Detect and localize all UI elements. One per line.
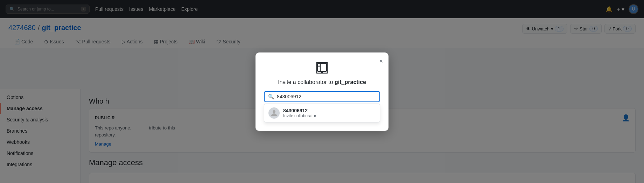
svg-rect-0 [317, 63, 327, 71]
svg-point-1 [321, 71, 322, 72]
modal-repo-icon [264, 61, 380, 75]
modal-title: Invite a collaborator to git_practice [264, 79, 380, 85]
invite-collaborator-modal: × Invite a collaborator to git_practice … [255, 52, 388, 131]
search-icon: 🔍 [268, 94, 274, 99]
modal-repo-name: git_practice [335, 79, 366, 85]
suggestion-info: 843006912 Invite collaborator [283, 108, 316, 118]
collaborator-search-input[interactable] [277, 94, 376, 99]
modal-title-prefix: Invite a collaborator to [278, 79, 335, 85]
suggestion-list: 843006912 Invite collaborator [264, 104, 380, 122]
modal-overlay[interactable]: × Invite a collaborator to git_practice … [0, 0, 644, 183]
suggestion-item[interactable]: 843006912 Invite collaborator [264, 104, 380, 122]
modal-close-button[interactable]: × [378, 57, 384, 66]
suggestion-username: 843006912 [283, 108, 316, 113]
collaborator-search-box[interactable]: 🔍 [264, 91, 380, 102]
suggestion-sublabel: Invite collaborator [283, 113, 316, 118]
suggestion-avatar [268, 107, 280, 119]
svg-point-2 [273, 110, 275, 113]
